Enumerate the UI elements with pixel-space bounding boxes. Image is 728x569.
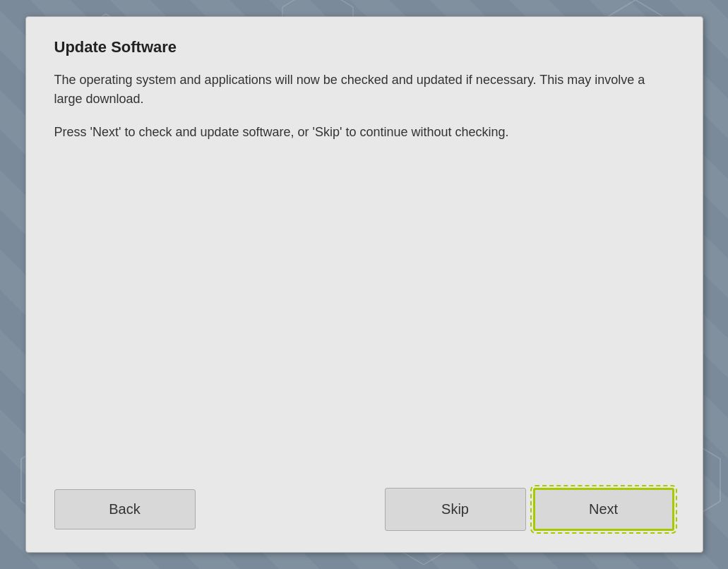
footer-right-buttons: Skip Next (385, 488, 674, 531)
body-paragraph-2: Press 'Next' to check and update softwar… (54, 123, 674, 142)
dialog-title: Update Software (54, 38, 674, 56)
next-button[interactable]: Next (533, 488, 674, 531)
skip-button[interactable]: Skip (385, 488, 526, 531)
back-button[interactable]: Back (54, 489, 196, 529)
dialog-body: The operating system and applications wi… (54, 71, 674, 467)
footer-left-buttons: Back (54, 489, 196, 529)
update-software-dialog: Update Software The operating system and… (25, 16, 703, 553)
dialog-footer: Back Skip Next (54, 481, 674, 531)
body-paragraph-1: The operating system and applications wi… (54, 71, 674, 109)
